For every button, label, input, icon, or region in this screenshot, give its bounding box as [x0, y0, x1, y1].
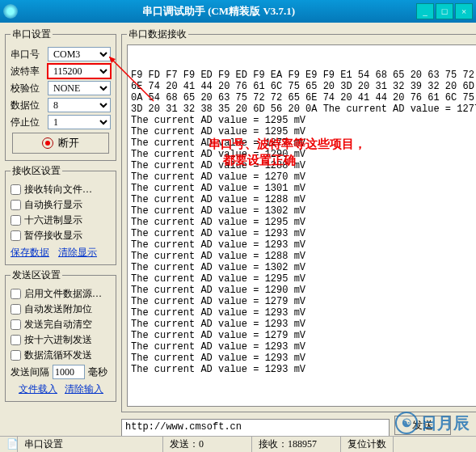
send-clearafter-checkbox[interactable] [11, 319, 21, 330]
send-settings-group: 发送区设置 启用文件数据源… 自动发送附加位 发送完自动清空 按十六进制发送 数… [5, 268, 116, 402]
data-line: The current AD value = 1279 mV [131, 296, 476, 307]
status-send-count: 发送：0 [163, 437, 252, 452]
status-port-settings[interactable]: 串口设置 [18, 437, 163, 452]
data-line: F9 FD F7 F9 ED F9 ED F9 EA F9 E9 F9 E1 5… [131, 70, 476, 81]
minimize-button[interactable]: _ [416, 3, 434, 19]
recv-settings-legend: 接收区设置 [11, 164, 62, 178]
data-line: The current AD value = 1302 mV [131, 205, 476, 217]
data-line: The current AD value = 1295 mV [131, 115, 476, 126]
connection-indicator-icon [42, 137, 53, 149]
recv-hex-checkbox[interactable] [11, 215, 21, 226]
send-hex-checkbox[interactable] [11, 335, 21, 345]
recv-settings-group: 接收区设置 接收转向文件… 自动换行显示 十六进制显示 暂停接收显示 保存数据 … [5, 164, 116, 265]
data-line: The current AD value = 1293 mV [131, 228, 476, 239]
app-icon [3, 4, 18, 19]
data-line: The current AD value = 1295 mV [131, 217, 476, 228]
data-line: The current AD value = 1290 mV [131, 285, 476, 296]
baud-select[interactable]: 115200 [48, 64, 111, 78]
statusbar: 📄 串口设置 发送：0 接收：188957 复位计数 [0, 436, 476, 452]
watermark-icon: ☯ [395, 412, 418, 434]
interval-label-pre: 发送间隔 [11, 365, 49, 379]
status-reset-button[interactable]: 复位计数 [341, 437, 394, 452]
status-icon: 📄 [0, 437, 18, 452]
data-line: The current AD value = 1293 mV [131, 239, 476, 251]
status-recv-count: 接收：188957 [252, 437, 341, 452]
interval-label-post: 毫秒 [88, 365, 107, 379]
data-line: The current AD value = 1288 mV [131, 251, 476, 262]
data-recv-legend: 串口数据接收 [127, 27, 188, 41]
data-recv-group: 串口数据接收 F9 FD F7 F9 ED F9 ED F9 EA F9 E9 … [121, 27, 476, 412]
data-line: 3D 20 31 32 38 35 20 6D 56 20 0A The cur… [131, 103, 476, 115]
disconnect-button[interactable]: 断开 [12, 133, 109, 154]
stopbits-label: 停止位 [11, 116, 44, 129]
port-label: 串口号 [11, 48, 44, 61]
data-line: The current AD value = 1302 mV [131, 262, 476, 273]
data-line: The current AD value = 1301 mV [131, 183, 476, 194]
data-line: The current AD value = 1270 mV [131, 171, 476, 183]
file-load-link[interactable]: 文件载入 [19, 383, 57, 395]
interval-input[interactable] [53, 365, 85, 379]
titlebar: 串口调试助手 (CM精装版 V3.7.1) _ □ × [0, 0, 476, 23]
save-data-link[interactable]: 保存数据 [11, 247, 49, 258]
clear-display-link[interactable]: 清除显示 [58, 247, 97, 258]
data-line: 0A 54 68 65 20 63 75 72 72 65 6E 74 20 4… [131, 92, 476, 103]
data-line: The current AD value = 1290 mV [131, 149, 476, 160]
port-settings-group: 串口设置 串口号 COM3 波特率 115200 校验位 NONE 数据位 8 … [5, 27, 116, 161]
data-line: The current AD value = 1279 mV [131, 330, 476, 341]
send-append-checkbox[interactable] [11, 304, 21, 315]
maximize-button[interactable]: □ [436, 3, 453, 19]
recv-redirect-checkbox[interactable] [11, 184, 21, 195]
data-line: The current AD value = 1293 mV [131, 319, 476, 330]
port-settings-legend: 串口设置 [11, 27, 53, 41]
data-line: The current AD value = 1295 mV [131, 273, 476, 285]
databits-select[interactable]: 8 [48, 98, 111, 112]
data-line: 6E 74 20 41 44 20 76 61 6C 75 65 20 3D 2… [131, 81, 476, 92]
data-line: The current AD value = 1288 mV [131, 160, 476, 171]
data-line: The current AD value = 1293 mV [131, 307, 476, 319]
send-cycle-checkbox[interactable] [11, 350, 21, 361]
data-line: The current AD value = 1293 mV [131, 364, 476, 375]
watermark: ☯ 日月辰 [395, 412, 470, 434]
data-recv-textarea[interactable]: F9 FD F7 F9 ED F9 ED F9 EA F9 E9 F9 E1 5… [127, 44, 476, 407]
data-line: The current AD value = 1277 mV [131, 137, 476, 149]
data-line: The current AD value = 1293 mV [131, 341, 476, 353]
send-input[interactable]: http://www.cmsoft.cn [121, 419, 390, 437]
parity-label: 校验位 [11, 82, 44, 95]
send-settings-legend: 发送区设置 [11, 268, 62, 282]
recv-pause-checkbox[interactable] [11, 230, 21, 241]
stopbits-select[interactable]: 1 [48, 115, 111, 129]
data-line: The current AD value = 1293 mV [131, 353, 476, 364]
baud-label: 波特率 [11, 65, 44, 78]
recv-autowrap-checkbox[interactable] [11, 200, 21, 210]
clear-input-link[interactable]: 清除输入 [65, 383, 103, 395]
window-title: 串口调试助手 (CM精装版 V3.7.1) [23, 4, 415, 19]
close-button[interactable]: × [455, 3, 473, 19]
send-filedata-checkbox[interactable] [11, 289, 21, 299]
port-select[interactable]: COM3 [48, 47, 111, 61]
parity-select[interactable]: NONE [48, 81, 111, 95]
databits-label: 数据位 [11, 99, 44, 112]
data-line: The current AD value = 1295 mV [131, 126, 476, 137]
data-line: The current AD value = 1288 mV [131, 194, 476, 205]
